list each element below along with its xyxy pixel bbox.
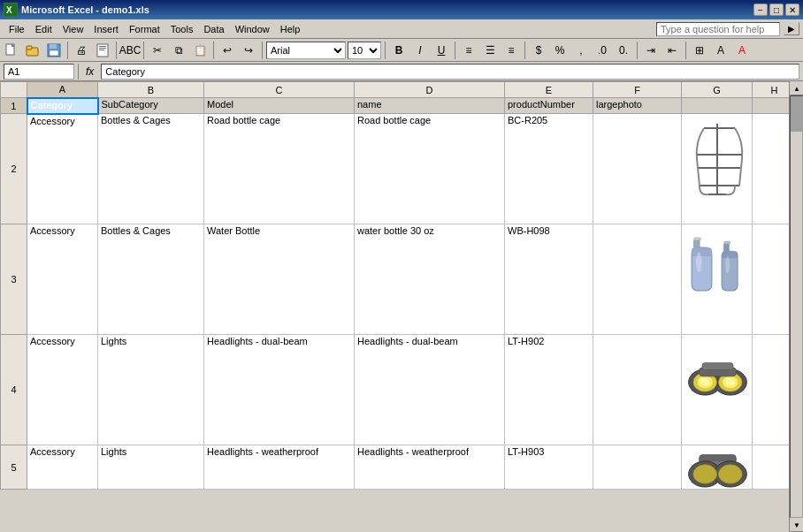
menu-tools[interactable]: Tools bbox=[165, 22, 199, 36]
increase-indent-button[interactable]: ⇥ bbox=[641, 41, 661, 60]
percent-button[interactable]: % bbox=[550, 41, 570, 60]
undo-button[interactable]: ↩ bbox=[218, 41, 237, 60]
grid-area[interactable]: A B C D E F G H 1 Category bbox=[0, 81, 789, 532]
cell-E3[interactable]: WB-H098 bbox=[505, 224, 593, 335]
align-right-button[interactable]: ≡ bbox=[501, 41, 521, 60]
font-color-button[interactable]: A bbox=[732, 41, 752, 60]
currency-button[interactable]: $ bbox=[529, 41, 548, 60]
cell-C4[interactable]: Headlights - dual-beam bbox=[204, 335, 355, 445]
help-search-input[interactable] bbox=[656, 22, 780, 36]
cell-E2[interactable]: BC-R205 bbox=[505, 114, 593, 224]
scroll-thumb[interactable] bbox=[791, 96, 803, 132]
cell-E5[interactable]: LT-H903 bbox=[505, 445, 593, 490]
col-header-G[interactable]: G bbox=[682, 82, 753, 98]
cell-B4[interactable]: Lights bbox=[98, 335, 204, 445]
row-header-1[interactable]: 1 bbox=[1, 98, 27, 114]
cell-A5[interactable]: Accessory bbox=[27, 445, 98, 490]
cell-D3[interactable]: water bottle 30 oz bbox=[355, 224, 505, 335]
col-header-H[interactable]: H bbox=[753, 82, 790, 98]
border-button[interactable]: ⊞ bbox=[690, 41, 709, 60]
fill-color-button[interactable]: A bbox=[711, 41, 730, 60]
menu-view[interactable]: View bbox=[57, 22, 89, 36]
increase-decimal-button[interactable]: .0 bbox=[593, 41, 612, 60]
font-name-select[interactable]: Arial bbox=[266, 42, 346, 59]
menu-insert[interactable]: Insert bbox=[88, 22, 124, 36]
col-header-C[interactable]: C bbox=[204, 82, 355, 98]
cell-A3[interactable]: Accessory bbox=[27, 224, 98, 335]
row-header-2[interactable]: 2 bbox=[1, 114, 27, 224]
cell-C5[interactable]: Headlights - weatherproof bbox=[204, 445, 355, 490]
menu-format[interactable]: Format bbox=[124, 22, 165, 36]
cell-G2[interactable] bbox=[682, 114, 753, 224]
spell-check-button[interactable]: ABC bbox=[120, 41, 140, 60]
align-left-button[interactable]: ≡ bbox=[459, 41, 478, 60]
menu-edit[interactable]: Edit bbox=[30, 22, 57, 36]
italic-button[interactable]: I bbox=[410, 41, 430, 60]
cell-G5[interactable] bbox=[682, 445, 753, 490]
cell-D1[interactable]: name bbox=[355, 98, 505, 114]
cell-F3[interactable] bbox=[593, 224, 682, 335]
formula-input[interactable]: Category bbox=[101, 64, 799, 80]
cell-D2[interactable]: Road bottle cage bbox=[355, 114, 505, 224]
print-button[interactable]: 🖨 bbox=[72, 41, 91, 60]
cell-H2[interactable] bbox=[753, 114, 790, 224]
cell-A2[interactable]: Accessory bbox=[27, 114, 98, 224]
decrease-indent-button[interactable]: ⇤ bbox=[662, 41, 682, 60]
cell-G1[interactable] bbox=[682, 98, 753, 114]
name-box[interactable]: A1 bbox=[4, 64, 74, 80]
cell-D4[interactable]: Headlights - dual-beam bbox=[355, 335, 505, 445]
underline-button[interactable]: U bbox=[432, 41, 451, 60]
cell-E1[interactable]: productNumber bbox=[505, 98, 593, 114]
minimize-button[interactable]: − bbox=[753, 4, 768, 16]
cell-G3[interactable] bbox=[682, 224, 753, 335]
open-button[interactable] bbox=[23, 41, 42, 60]
paste-button[interactable]: 📋 bbox=[190, 41, 210, 60]
scroll-up-button[interactable]: ▲ bbox=[790, 81, 803, 95]
cell-C1[interactable]: Model bbox=[204, 98, 355, 114]
col-header-D[interactable]: D bbox=[355, 82, 505, 98]
close-button[interactable]: ✕ bbox=[785, 4, 799, 16]
bold-button[interactable]: B bbox=[389, 41, 409, 60]
cell-H3[interactable] bbox=[753, 224, 790, 335]
row-header-3[interactable]: 3 bbox=[1, 224, 27, 335]
col-header-E[interactable]: E bbox=[505, 82, 593, 98]
cell-A4[interactable]: Accessory bbox=[27, 335, 98, 445]
cell-C2[interactable]: Road bottle cage bbox=[204, 114, 355, 224]
col-header-A[interactable]: A bbox=[27, 82, 98, 98]
cell-B3[interactable]: Bottles & Cages bbox=[98, 224, 204, 335]
col-header-F[interactable]: F bbox=[593, 82, 682, 98]
cell-D5[interactable]: Headlights - weatherproof bbox=[355, 445, 505, 490]
preview-button[interactable] bbox=[93, 41, 112, 60]
new-button[interactable] bbox=[2, 41, 21, 60]
cell-H5[interactable] bbox=[753, 445, 790, 490]
save-button[interactable] bbox=[44, 41, 64, 60]
cell-G4[interactable] bbox=[682, 335, 753, 445]
cell-H1[interactable] bbox=[753, 98, 790, 114]
comma-button[interactable]: , bbox=[571, 41, 591, 60]
cell-C3[interactable]: Water Bottle bbox=[204, 224, 355, 335]
cell-F2[interactable] bbox=[593, 114, 682, 224]
maximize-button[interactable]: □ bbox=[769, 4, 784, 16]
cell-F4[interactable] bbox=[593, 335, 682, 445]
cell-B5[interactable]: Lights bbox=[98, 445, 204, 490]
decrease-decimal-button[interactable]: 0. bbox=[614, 41, 633, 60]
col-header-B[interactable]: B bbox=[98, 82, 204, 98]
cell-F5[interactable] bbox=[593, 445, 682, 490]
copy-button[interactable]: ⧉ bbox=[169, 41, 188, 60]
menu-help[interactable]: Help bbox=[275, 22, 306, 36]
row-header-4[interactable]: 4 bbox=[1, 335, 27, 445]
cell-B1[interactable]: SubCategory bbox=[98, 98, 204, 114]
row-header-5[interactable]: 5 bbox=[1, 445, 27, 490]
vertical-scrollbar[interactable]: ▲ ▼ bbox=[789, 81, 803, 532]
cell-A1[interactable]: Category bbox=[27, 98, 98, 114]
align-center-button[interactable]: ☰ bbox=[480, 41, 500, 60]
cut-button[interactable]: ✂ bbox=[148, 41, 167, 60]
cell-H4[interactable] bbox=[753, 335, 790, 445]
scroll-down-button[interactable]: ▼ bbox=[790, 518, 803, 532]
menu-data[interactable]: Data bbox=[198, 22, 229, 36]
help-go-button[interactable]: ▶ bbox=[784, 22, 799, 35]
menu-file[interactable]: File bbox=[4, 22, 30, 36]
font-size-select[interactable]: 10 bbox=[348, 42, 381, 59]
cell-B2[interactable]: Bottles & Cages bbox=[98, 114, 204, 224]
redo-button[interactable]: ↪ bbox=[239, 41, 258, 60]
